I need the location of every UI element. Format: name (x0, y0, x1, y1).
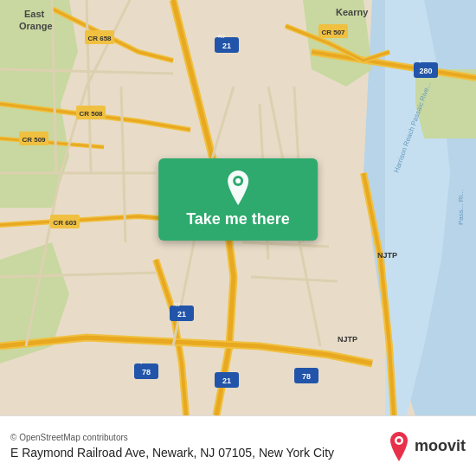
svg-text:East: East (24, 9, 45, 19)
cta-button-label: Take me there (186, 210, 290, 228)
map-container: 21 NJ 21 NJ 21 78 I 78 280 I NJTP NJTP C… (0, 0, 476, 415)
svg-text:NJTP: NJTP (377, 251, 397, 260)
svg-text:21: 21 (222, 376, 231, 385)
svg-text:CR 658: CR 658 (87, 35, 112, 42)
svg-text:78: 78 (302, 372, 311, 381)
svg-text:Pass... Ri...: Pass... Ri... (457, 190, 465, 225)
cta-overlay: Take me there (158, 158, 318, 241)
svg-text:21: 21 (222, 42, 231, 50)
moovit-logo: moovit (387, 432, 466, 461)
svg-text:CR 509: CR 509 (22, 136, 46, 144)
svg-text:21: 21 (177, 310, 186, 318)
svg-point-47 (235, 178, 241, 183)
take-me-there-button[interactable]: Take me there (158, 158, 318, 241)
svg-text:NJTP: NJTP (338, 335, 357, 344)
svg-text:NJ: NJ (173, 302, 179, 307)
svg-point-49 (396, 438, 401, 442)
svg-text:280: 280 (419, 67, 432, 75)
svg-text:Orange: Orange (19, 21, 53, 31)
svg-text:Kearny: Kearny (336, 7, 369, 17)
svg-text:CR 507: CR 507 (321, 29, 345, 36)
svg-text:CR 508: CR 508 (79, 110, 103, 118)
osm-credit: © OpenStreetMap contributors (10, 433, 378, 442)
address-text: E Raymond Railroad Ave, Newark, NJ 07105… (10, 446, 378, 460)
footer: © OpenStreetMap contributors E Raymond R… (0, 415, 476, 476)
svg-text:78: 78 (142, 368, 151, 376)
location-pin-icon (223, 170, 253, 205)
svg-text:CR 603: CR 603 (53, 219, 77, 227)
moovit-pin-icon (387, 432, 411, 461)
moovit-brand-text: moovit (415, 437, 466, 455)
footer-text: © OpenStreetMap contributors E Raymond R… (10, 433, 378, 460)
svg-text:NJ: NJ (218, 34, 224, 39)
